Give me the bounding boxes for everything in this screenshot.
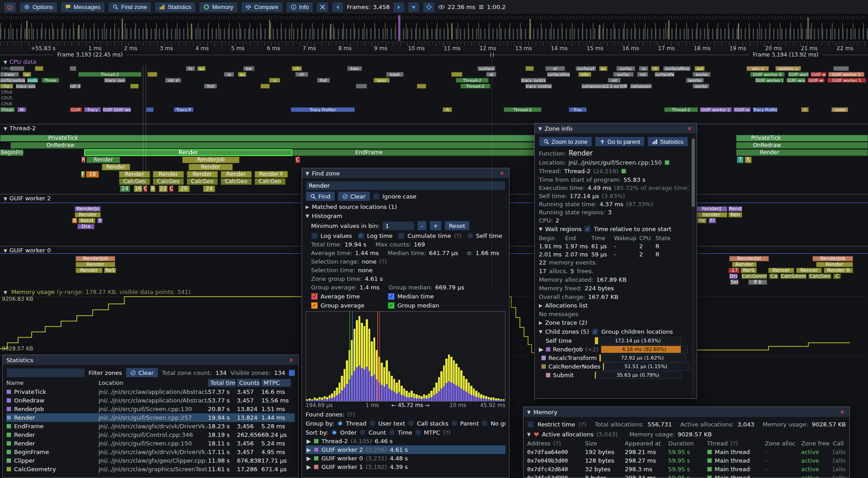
zone[interactable]: Render (84, 149, 292, 156)
cpu-zone[interactable] (10, 66, 24, 71)
column-header-location[interactable]: Location (99, 379, 208, 386)
column-header-appeared-at[interactable]: Appeared at (625, 440, 668, 447)
cpu-zone[interactable]: au (197, 66, 206, 71)
collapse-icon[interactable]: ▶ (539, 346, 543, 353)
cpu-zone[interactable]: GUIF-w (733, 107, 750, 112)
collapse-icon[interactable]: ▼ (4, 126, 7, 131)
child-zone-row[interactable]: Self time172.14 μs (3.83%) (539, 336, 689, 345)
memory-usage-header[interactable]: ▼ Memory usage (y-range: 178.27 KB, visi… (4, 289, 191, 295)
zone[interactable]: RenderJo (75, 206, 101, 212)
zone[interactable]: Ren (728, 212, 742, 218)
zone[interactable]: OnRedraw (10, 142, 602, 149)
zone[interactable]: PrivateTick (736, 135, 868, 142)
find-zone-button[interactable]: Find zone (108, 2, 151, 13)
average-time-checkbox[interactable] (311, 293, 318, 300)
column-header-mtpc[interactable]: MTPC (261, 379, 291, 387)
allocation-row[interactable]: 0x7dfc42d64032 bytes298.3 ms59.95 sMain … (527, 465, 846, 473)
cpu-zone[interactable]: tracy_systrace (525, 84, 552, 89)
group-by-option-parent[interactable] (451, 420, 458, 426)
cpu-zone[interactable]: Tracy Profiler (753, 107, 778, 112)
zone[interactable]: Render (187, 171, 218, 178)
found-zone-group[interactable]: ▶GUIF worker 0(3,231)4.48 s (306, 454, 505, 463)
zone[interactable]: Render (221, 171, 252, 178)
relative-time-checkbox[interactable] (584, 226, 591, 232)
thread-header-guif-worker-0[interactable]: ▼GUIF worker 0 (4, 247, 51, 254)
cpu-zone[interactable]: sy (23, 72, 31, 77)
power-button[interactable] (4, 2, 16, 13)
histogram-section-header[interactable]: ▼ Histogram (306, 211, 505, 220)
search-input[interactable]: Render (306, 181, 505, 190)
table-row[interactable]: EndFramejni/../jni/src/claw/gfx/drv/vk/D… (6, 422, 295, 431)
log-time-checkbox[interactable] (358, 232, 364, 239)
cpu-zone[interactable]: rot (608, 78, 621, 83)
cpu-zone[interactable]: au (238, 72, 246, 77)
collapse-icon[interactable]: ▼ (4, 60, 7, 65)
cpu-zone[interactable]: composer@ (630, 84, 652, 89)
zone[interactable]: Rend (728, 206, 742, 212)
cpu-zone[interactable]: GUIF worker 2 (700, 107, 732, 112)
column-header-name[interactable]: Name (6, 379, 99, 386)
cpu-zone[interactable]: et (486, 72, 496, 77)
cpu-zone[interactable]: a (269, 78, 280, 83)
cpu-zone[interactable]: surface (477, 66, 495, 71)
child-zone-row[interactable]: CalcRenderNodes51.51 μs (1.15%) (539, 362, 689, 371)
child-zone-row[interactable]: Submit35.63 μs (0.79%) (539, 371, 689, 379)
thread-header-thread-2[interactable]: ▼Thread-2 (4, 125, 36, 132)
cpu-zone[interactable] (35, 66, 43, 71)
find-zone-histogram[interactable] (306, 311, 505, 402)
statistics-button[interactable]: Statistics (155, 2, 196, 13)
collapse-icon[interactable]: ▶ (307, 446, 311, 453)
log-values-checkbox[interactable] (311, 232, 318, 239)
cpu-zone[interactable]: ia (224, 72, 234, 77)
min-bin-plus-button[interactable]: + (429, 221, 442, 231)
zone[interactable]: Render R (824, 268, 853, 273)
zone[interactable]: F (81, 171, 85, 178)
cpu-zone[interactable]: A (443, 107, 452, 112)
sort-by-option-mtpc[interactable] (415, 429, 421, 435)
collapse-icon[interactable]: ▶ (539, 320, 542, 325)
collapse-icon[interactable]: ▼ (539, 329, 542, 334)
cpu-zone[interactable]: GUIF GUIF-wor (103, 107, 131, 112)
min-bin-input[interactable]: 1 (382, 221, 415, 231)
scroll-grip[interactable] (289, 370, 295, 376)
cpu-zone[interactable]: GUIF (70, 107, 83, 112)
zone[interactable]: RenderJob (182, 156, 240, 163)
zone[interactable]: PrivateTick (0, 135, 602, 142)
zone[interactable]: 8 (150, 185, 156, 192)
collapse-icon[interactable]: ▼ (4, 290, 7, 295)
zone[interactable]: Dra (77, 224, 94, 229)
cpu-zone[interactable]: GUIF worker 0 (750, 72, 785, 77)
options-button[interactable]: Options (19, 2, 57, 13)
group-average-checkbox[interactable] (311, 302, 318, 309)
cpu-zone[interactable]: surfac (613, 72, 634, 77)
cpu-zone[interactable]: Trac (569, 107, 587, 112)
cpu-zone[interactable]: Thread-2 (78, 72, 142, 77)
cpu-zone[interactable] (146, 107, 154, 112)
zone[interactable]: RenderJ (695, 206, 727, 212)
clear-button[interactable]: Clear (338, 191, 370, 201)
cpu-zone[interactable]: rot_d (70, 84, 81, 89)
zone[interactable]: 16 (134, 185, 142, 192)
cpu-zone[interactable]: Thread-2 (504, 107, 542, 112)
collapse-icon[interactable]: ▶ (539, 303, 542, 308)
zone[interactable]: Render (816, 262, 854, 267)
column-header-zone-alloc[interactable]: Zone alloc (765, 440, 801, 447)
zone[interactable]: CalcGeo (255, 178, 286, 185)
cpu-zone[interactable] (70, 66, 76, 71)
found-zone-group[interactable]: ▶GUIF worker 1(3,192)4.39 s (306, 463, 505, 471)
memory-button[interactable]: Memory (199, 2, 238, 13)
cpu-zone[interactable]: m (651, 66, 660, 71)
cpu-zone[interactable]: auf (694, 66, 705, 71)
frame-minimap[interactable] (0, 15, 868, 42)
zone[interactable]: BeginFrame (0, 149, 24, 156)
zone[interactable]: 18 (86, 171, 99, 178)
table-row[interactable]: CalcGeometryjni/../jni/src/claw/graphics… (6, 465, 295, 473)
close-icon[interactable]: ✕ (288, 357, 295, 364)
group-children-checkbox[interactable] (592, 328, 599, 335)
cpu-zone[interactable]: GUIF worker 1 (828, 72, 865, 77)
table-row[interactable]: RenderJobjni/../jni/src/guif/Screen.cpp:… (6, 405, 295, 413)
min-bin-minus-button[interactable]: - (417, 221, 427, 231)
ignore-case-checkbox[interactable] (373, 193, 380, 200)
zone[interactable]: Render (695, 212, 727, 218)
cpu-zone[interactable]: Thread-2 (664, 107, 698, 112)
